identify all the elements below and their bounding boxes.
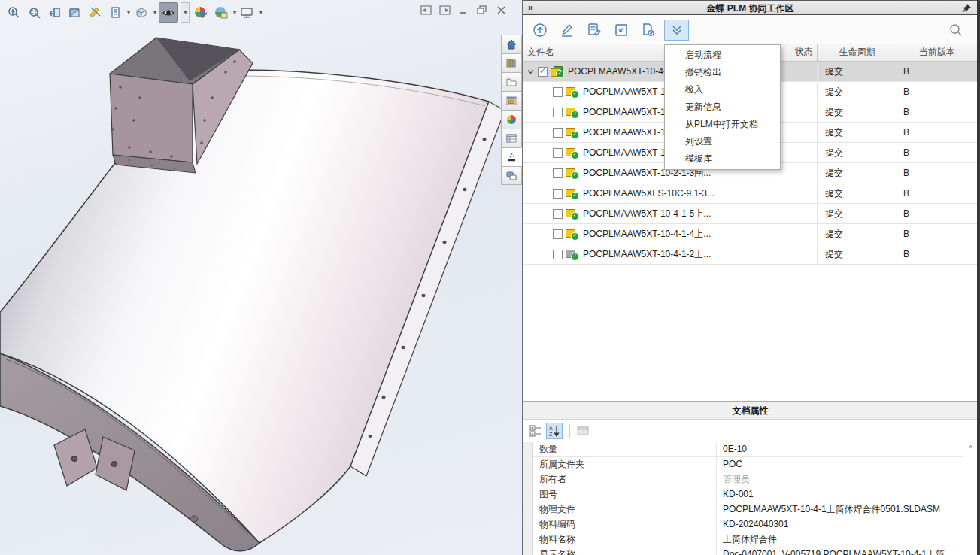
apply-scene-caret-icon[interactable]: ▾: [233, 9, 236, 16]
taskpane-tab-view-palette[interactable]: [501, 91, 522, 110]
menu-item-start-process[interactable]: 启动流程: [665, 47, 780, 64]
row-checkbox[interactable]: [553, 229, 563, 239]
table-row[interactable]: POCPLMAAW5XT-10-4-1-4上... 提交 B: [523, 224, 978, 244]
prop-value: KD-001: [717, 487, 963, 502]
lifecycle-cell: 提交: [818, 163, 897, 183]
version-cell: B: [897, 102, 977, 122]
section-view-button[interactable]: [65, 3, 83, 22]
more-actions-chevron-icon: [670, 24, 684, 36]
file-name: POCPLMAAW5XT-10-4-1-2上...: [583, 248, 711, 261]
document-check-button[interactable]: [637, 20, 660, 41]
prop-row[interactable]: 物料编码 KD-2024040301: [533, 517, 963, 532]
version-cell: B: [897, 204, 977, 223]
taskpane-tab-file-explorer[interactable]: [501, 72, 522, 91]
prop-label: 所有者: [533, 472, 717, 487]
expand-chevron-icon[interactable]: [526, 69, 535, 74]
prop-row[interactable]: 显示名称 Doc-0407001_V-005719,POCPLMAAW5XT-1…: [533, 547, 963, 555]
row-checkbox[interactable]: [553, 87, 563, 97]
custom-properties-icon: [505, 132, 517, 144]
prop-label: 显示名称: [533, 547, 717, 555]
taskpane-tab-design-library[interactable]: [501, 53, 522, 72]
menu-item-template-library[interactable]: 模板库: [665, 150, 780, 168]
props-scrollbar[interactable]: ^: [963, 442, 978, 555]
3d-model[interactable]: [0, 0, 522, 555]
restore-button[interactable]: [476, 5, 488, 16]
menu-item-undo-checkout[interactable]: 撤销检出: [665, 64, 780, 81]
dock-left-button[interactable]: [420, 5, 432, 16]
edit-appearance-button[interactable]: [192, 3, 210, 22]
checked-in-part-icon: [566, 249, 579, 260]
row-checkbox[interactable]: [553, 250, 563, 259]
menu-item-open-from-plm[interactable]: 从PLM中打开文档: [665, 116, 780, 133]
table-row[interactable]: POCPLMAAW5XT-10-4-1-5上... 提交 B: [523, 204, 978, 224]
prop-value: POC: [717, 457, 963, 472]
prop-value: POCPLMAAW5XT-10-4-1上筒体焊合件0501.SLDASM: [717, 502, 963, 517]
taskpane-tab-custom-properties[interactable]: [501, 129, 522, 147]
taskpane-tab-plm-workspace[interactable]: [501, 147, 522, 166]
annotation-views-button[interactable]: [106, 3, 124, 22]
sort-az-button[interactable]: A Z: [546, 423, 563, 439]
column-header-lifecycle[interactable]: 生命周期: [818, 44, 897, 61]
checkin-button[interactable]: [610, 20, 633, 41]
scroll-up-arrow-icon[interactable]: ^: [963, 442, 978, 454]
sort-az-icon: A Z: [548, 425, 560, 437]
row-checkbox[interactable]: [553, 148, 563, 158]
lifecycle-cell: 提交: [818, 102, 897, 122]
view-orientation-button[interactable]: [132, 3, 150, 22]
toolbar-separator: [569, 424, 570, 438]
prop-row[interactable]: 数量 0E-10: [533, 442, 963, 457]
row-checkbox[interactable]: [553, 128, 563, 138]
row-checkbox[interactable]: [553, 168, 563, 178]
minimize-button[interactable]: [457, 5, 469, 16]
version-cell: B: [897, 163, 977, 183]
menu-item-checkin[interactable]: 检入: [665, 81, 780, 99]
row-checkbox[interactable]: [553, 209, 563, 219]
svg-text:Z: Z: [549, 432, 553, 437]
dock-right-button[interactable]: [438, 5, 451, 16]
lifecycle-cell: 提交: [818, 183, 897, 203]
row-checkbox[interactable]: [538, 67, 548, 77]
view-settings-button[interactable]: [238, 3, 256, 22]
display-style-button[interactable]: [159, 2, 178, 23]
document-edit-button[interactable]: [583, 20, 605, 41]
prop-row[interactable]: 图号 KD-001: [533, 487, 963, 502]
display-style-caret-icon[interactable]: ▾: [181, 2, 190, 23]
taskpane-tab-appearances[interactable]: [501, 110, 522, 129]
column-header-version[interactable]: 当前版本: [897, 44, 977, 61]
document-check-icon: [640, 22, 657, 38]
prop-row[interactable]: 所属文件夹 POC: [533, 457, 963, 472]
pencil-checkout-button[interactable]: [556, 20, 578, 41]
part-icon: [566, 86, 579, 98]
menu-item-update-info[interactable]: 更新信息: [665, 99, 780, 116]
previous-view-button[interactable]: [45, 3, 63, 22]
prop-row[interactable]: 所有者 管理员: [533, 472, 963, 487]
taskpane-tab-home[interactable]: [501, 35, 522, 53]
row-checkbox[interactable]: [553, 108, 563, 117]
apply-scene-button[interactable]: [212, 3, 230, 22]
dock-right-icon: [439, 5, 451, 15]
zoom-area-button[interactable]: [25, 3, 43, 22]
search-button[interactable]: [945, 20, 967, 41]
pin-icon[interactable]: [962, 3, 972, 13]
table-row[interactable]: POCPLMAAW5XT-10-4-1-2上... 提交 B: [523, 244, 978, 265]
menu-item-column-settings[interactable]: 列设置: [665, 133, 780, 150]
view-orientation-caret-icon[interactable]: ▾: [153, 9, 156, 16]
row-checkbox[interactable]: [553, 189, 563, 199]
prop-row[interactable]: 物理文件 POCPLMAAW5XT-10-4-1上筒体焊合件0501.SLDAS…: [533, 502, 963, 517]
view-settings-caret-icon[interactable]: ▾: [259, 9, 262, 16]
cad-viewport[interactable]: ▾ ▾ ▾: [0, 0, 522, 555]
table-row[interactable]: POCPLMAAW5XFS-10C-9.1-3... 提交 B: [523, 183, 978, 204]
cloud-upload-button[interactable]: [529, 20, 551, 41]
prop-label: 物料名称: [533, 532, 717, 547]
column-header-status[interactable]: 状态: [790, 44, 818, 61]
sketch-tools-button[interactable]: [86, 3, 104, 22]
status-cell: [790, 183, 818, 203]
categorized-button[interactable]: [527, 423, 544, 439]
annotation-caret-icon[interactable]: ▾: [127, 9, 130, 16]
zoom-fit-button[interactable]: [5, 3, 23, 22]
close-button[interactable]: [495, 5, 507, 16]
taskpane-tab-forum[interactable]: [501, 166, 522, 185]
prop-row[interactable]: 物料名称 上筒体焊合件: [533, 532, 963, 547]
home-icon: [505, 38, 517, 50]
more-actions-button[interactable]: [664, 20, 689, 41]
